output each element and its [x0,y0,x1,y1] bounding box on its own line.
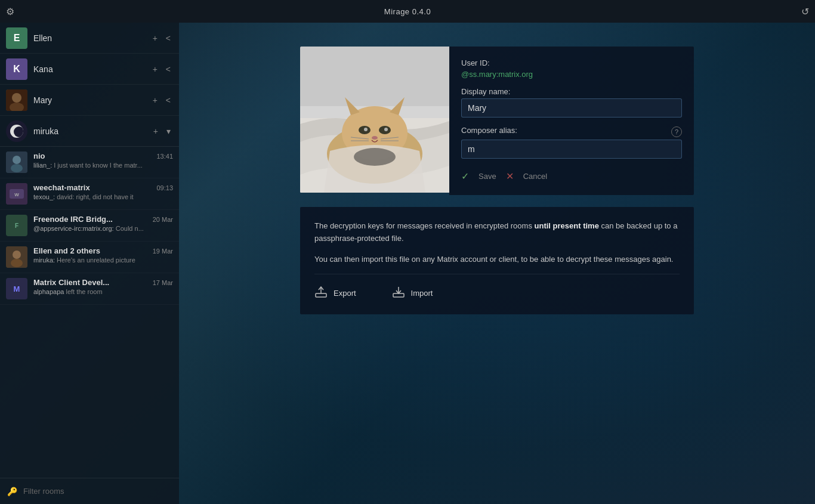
sidebar-account-mary[interactable]: Mary + < [0,85,179,116]
save-label: Save [478,172,496,181]
encryption-bold: until present time [535,221,599,230]
cancel-label: Cancel [523,172,547,181]
account-name-mary: Mary [33,95,150,105]
room-time-weechat: 09:13 [156,184,173,191]
filter-rooms-input[interactable] [23,487,172,496]
display-name-input[interactable] [461,98,682,118]
import-label: Import [411,289,433,298]
room-item-nio[interactable]: nio 13:41 lilian_: I just want to know I… [0,147,179,178]
room-info-matrix-devel: Matrix Client Devel... 17 Mar alphapapa … [33,278,173,295]
export-icon [314,285,328,301]
svg-point-10 [13,251,21,259]
room-name-ellen-2: Ellen and 2 others [33,246,100,255]
room-time-ellen-2: 19 Mar [153,248,173,255]
account-name-ellen: Ellen [33,33,150,43]
room-item-ellen-2[interactable]: Ellen and 2 others 19 Mar miruka: Here's… [0,242,179,273]
room-preview-matrix-devel: alphapapa left the room [33,288,173,295]
save-button[interactable]: Save [474,169,501,183]
titlebar: ⚙ Mirage 0.4.0 ↺ [0,0,815,23]
filter-bar: 🔑 [0,478,179,504]
room-preview-nio: lilian_: I just want to know I the matr.… [33,162,173,169]
room-avatar-freenode: F [6,215,27,236]
room-preview-ellen-2: miruka: Here's an unrelated picture [33,256,173,264]
svg-point-21 [364,128,368,131]
composer-alias-input[interactable] [461,140,682,159]
user-id-section: User ID: @ss.mary:matrix.org [461,58,682,79]
collapse-mary-button[interactable]: < [163,94,173,106]
import-button[interactable]: Import [392,283,445,304]
avatar-miruka [6,120,27,142]
encryption-text-2: You can then import this file on any Mat… [314,253,680,266]
svg-point-11 [11,259,23,267]
display-name-label: Display name: [461,87,682,96]
composer-alias-help-icon[interactable]: ? [671,126,682,137]
room-item-freenode[interactable]: F Freenode IRC Bridg... 20 Mar @appservi… [0,210,179,242]
room-preview-freenode: @appservice-irc:matrix.org: Could n... [33,225,173,232]
svg-point-22 [384,128,388,131]
add-room-kana-button[interactable]: + [150,63,160,75]
add-room-mary-button[interactable]: + [150,94,160,106]
gear-icon[interactable]: ⚙ [6,6,14,17]
user-id-value: @ss.mary:matrix.org [461,70,682,79]
room-time-matrix-devel: 17 Mar [153,279,173,286]
avatar-mary [6,89,27,111]
save-check-icon: ✓ [461,171,469,182]
add-room-miruka-button[interactable]: + [151,125,160,137]
room-time-freenode: 20 Mar [153,216,173,223]
cancel-button[interactable]: Cancel [518,169,552,183]
form-actions: ✓ Save ✕ Cancel [461,169,682,183]
sidebar-account-ellen[interactable]: E Ellen + < [0,23,179,54]
user-id-label: User ID: [461,58,682,67]
room-name-matrix-devel: Matrix Client Devel... [33,278,109,287]
filter-icon: 🔑 [7,487,17,496]
room-time-nio: 13:41 [156,153,173,160]
account-actions-miruka: + ▾ [151,125,173,137]
sidebar-account-miruka[interactable]: miruka + ▾ [0,116,179,147]
avatar-ellen: E [6,27,27,49]
room-avatar-ellen-2 [6,246,27,268]
collapse-ellen-button[interactable]: < [163,32,173,44]
room-info-ellen-2: Ellen and 2 others 19 Mar miruka: Here's… [33,246,173,264]
composer-alias-wrap [461,140,682,159]
account-name-kana: Kana [33,64,150,74]
room-preview-weechat: texou_: david: right, did not have it [33,193,173,200]
room-item-matrix-devel[interactable]: M Matrix Client Devel... 17 Mar alphapap… [0,273,179,305]
room-avatar-matrix-devel: M [6,278,27,299]
svg-point-5 [11,164,23,172]
composer-alias-label: Composer alias: [461,126,517,135]
encryption-actions: Export Import [314,274,680,304]
sidebar: E Ellen + < K Kana + < Mary + < [0,23,179,504]
export-button[interactable]: Export [314,283,368,304]
svg-text:W: W [14,192,19,197]
svg-point-4 [13,156,21,164]
encryption-panel: The decryption keys for messages receive… [300,207,694,314]
svg-point-28 [354,148,396,166]
reload-icon[interactable]: ↺ [801,6,809,17]
account-name-miruka: miruka [33,126,151,136]
svg-point-23 [372,136,378,140]
encryption-text-1: The decryption keys for messages receive… [314,220,680,245]
room-item-weechat[interactable]: W weechat-matrix 09:13 texou_: david: ri… [0,178,179,210]
room-name-freenode: Freenode IRC Bridg... [33,215,113,224]
room-name-weechat: weechat-matrix [33,183,90,192]
room-info-freenode: Freenode IRC Bridg... 20 Mar @appservice… [33,215,173,232]
room-avatar-nio [6,151,27,173]
cancel-x-icon: ✕ [506,171,514,182]
profile-form: User ID: @ss.mary:matrix.org Display nam… [449,47,694,195]
collapse-kana-button[interactable]: < [163,63,173,75]
avatar-kana: K [6,58,27,80]
export-label: Export [334,289,356,298]
composer-alias-section: Composer alias: ? [461,126,682,159]
account-actions-kana: + < [150,63,173,75]
expand-miruka-button[interactable]: ▾ [164,125,173,137]
room-info-nio: nio 13:41 lilian_: I just want to know I… [33,151,173,169]
room-info-weechat: weechat-matrix 09:13 texou_: david: righ… [33,183,173,200]
main-content: User ID: @ss.mary:matrix.org Display nam… [179,23,815,504]
account-actions-mary: + < [150,94,173,106]
svg-point-1 [12,93,21,103]
profile-image [300,47,449,193]
room-name-nio: nio [33,151,45,160]
account-actions-ellen: + < [150,32,173,44]
sidebar-account-kana[interactable]: K Kana + < [0,54,179,85]
add-room-ellen-button[interactable]: + [150,32,160,44]
